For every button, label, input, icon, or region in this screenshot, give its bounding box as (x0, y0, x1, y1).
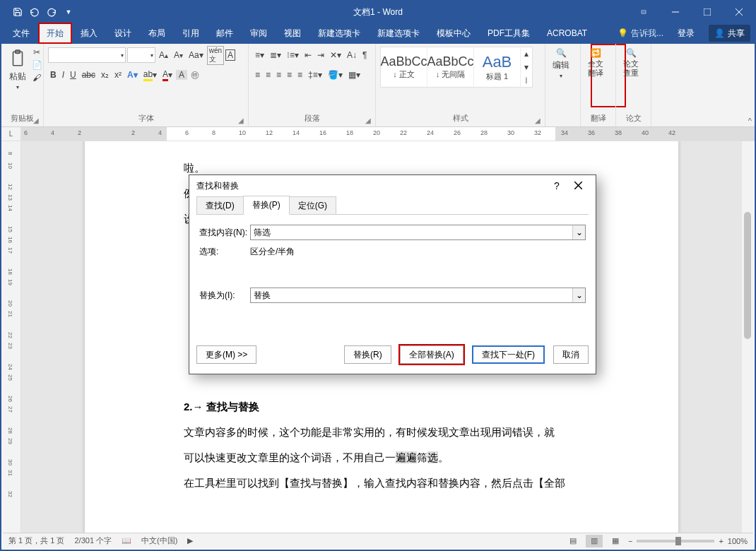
change-case-icon[interactable]: Aa▾ (187, 49, 206, 61)
bullets-icon[interactable]: ≡▾ (253, 49, 266, 61)
dialog-close-icon[interactable] (567, 180, 589, 191)
minimize-icon[interactable] (659, 1, 691, 23)
styles-gallery[interactable]: AaBbCc↓ 正文 AaBbCc↓ 无间隔 AaB标题 1 ▴▾⁞ (380, 47, 533, 88)
zoom-out-icon[interactable]: − (628, 537, 632, 545)
qat-dropdown-icon[interactable]: ▼ (61, 4, 76, 20)
tab-home[interactable]: 开始 (38, 23, 72, 44)
maximize-icon[interactable] (691, 1, 723, 23)
zoom-in-icon[interactable]: + (719, 537, 723, 545)
full-translate-button[interactable]: 🔁 全文 翻译 (585, 47, 606, 79)
phonetic-guide-icon[interactable]: wén文 (207, 46, 224, 65)
bold-button[interactable]: B (48, 69, 59, 81)
enclosed-char-icon[interactable]: ㊕ (189, 68, 201, 83)
style-normal[interactable]: AaBbCc↓ 正文 (381, 47, 427, 87)
zoom-thumb[interactable] (675, 537, 681, 545)
align-left-icon[interactable]: ≡ (253, 69, 262, 81)
redo-icon[interactable] (44, 4, 59, 20)
view-read-icon[interactable]: ▤ (565, 535, 581, 547)
tab-insert[interactable]: 插入 (72, 23, 106, 44)
ruler-vertical[interactable]: 8101213141516171819202122232425262728293… (1, 141, 21, 533)
tab-acrobat[interactable]: ACROBAT (538, 23, 596, 44)
strike-button[interactable]: abc (80, 69, 98, 81)
superscript-button[interactable]: x² (112, 69, 124, 81)
styles-launcher-icon[interactable]: ◢ (535, 117, 543, 125)
zoom-slider[interactable] (637, 540, 714, 543)
text-effects-icon[interactable]: A▾ (125, 69, 140, 81)
more-button[interactable]: 更多(M) >> (196, 345, 256, 364)
save-icon[interactable] (10, 4, 25, 20)
copy-icon[interactable]: 📄 (31, 59, 42, 71)
dup-check-button[interactable]: 🔍 论文 查重 (620, 47, 642, 79)
shading-icon[interactable]: 🪣▾ (326, 69, 345, 81)
multilevel-icon[interactable]: ⁝≡▾ (285, 49, 301, 61)
share-button[interactable]: 👤 共享 (709, 25, 750, 42)
format-painter-icon[interactable]: 🖌 (31, 72, 42, 83)
align-center-icon[interactable]: ≡ (264, 69, 273, 81)
align-justify-icon[interactable]: ≡ (285, 69, 294, 81)
char-shading-icon[interactable]: A (176, 70, 187, 80)
tab-view[interactable]: 视图 (276, 23, 309, 44)
tab-find[interactable]: 查找(D) (196, 196, 244, 215)
signin-button[interactable]: 登录 (669, 28, 703, 40)
tab-newtab2[interactable]: 新建选项卡 (369, 23, 428, 44)
vertical-scrollbar[interactable] (742, 141, 753, 533)
tab-template[interactable]: 模板中心 (428, 23, 479, 44)
view-web-icon[interactable]: ▦ (607, 535, 624, 547)
font-launcher-icon[interactable]: ◢ (238, 117, 247, 125)
distribute-icon[interactable]: ≡ (295, 69, 305, 81)
tab-file[interactable]: 文件 (4, 23, 38, 44)
scrollbar-thumb[interactable] (744, 212, 751, 339)
tab-references[interactable]: 引用 (174, 23, 208, 44)
underline-button[interactable]: U (68, 69, 78, 81)
font-color-icon[interactable]: A▾ (160, 68, 175, 83)
tab-layout[interactable]: 布局 (140, 23, 174, 44)
subscript-button[interactable]: x₂ (99, 69, 111, 81)
tab-design[interactable]: 设计 (106, 23, 140, 44)
cut-icon[interactable]: ✂ (31, 47, 42, 58)
font-name-dropdown[interactable]: ▾ (48, 47, 126, 63)
italic-button[interactable]: I (60, 69, 66, 81)
styles-more-icon[interactable]: ▴▾⁞ (521, 47, 532, 87)
cancel-button[interactable]: 取消 (553, 345, 589, 364)
grow-font-icon[interactable]: A▴ (157, 49, 170, 61)
highlight-color-icon[interactable]: ab▾ (141, 68, 159, 83)
replace-with-input[interactable]: 替换 ⌄ (250, 288, 586, 303)
shrink-font-icon[interactable]: A▾ (172, 49, 185, 61)
font-size-dropdown[interactable]: ▾ (127, 47, 155, 63)
status-wordcount[interactable]: 2/301 个字 (74, 535, 112, 546)
tell-me[interactable]: 💡 告诉我... (618, 28, 663, 40)
status-language[interactable]: 中文(中国) (141, 535, 177, 546)
show-marks-icon[interactable]: ¶ (360, 49, 369, 61)
spellcheck-icon[interactable]: 📖 (122, 536, 131, 545)
dialog-titlebar[interactable]: 查找和替换 ? (189, 175, 596, 196)
tab-newtab1[interactable]: 新建选项卡 (309, 23, 369, 44)
find-next-button[interactable]: 查找下一处(F) (472, 345, 545, 364)
tab-review[interactable]: 审阅 (242, 23, 276, 44)
style-heading1[interactable]: AaB标题 1 (474, 47, 521, 87)
ribbon-options-icon[interactable] (627, 1, 659, 23)
increase-indent-icon[interactable]: ⇥ (315, 49, 326, 61)
replace-all-button[interactable]: 全部替换(A) (400, 345, 463, 364)
editing-button[interactable]: 🔍 编辑 ▾ (550, 47, 572, 81)
tab-pdf[interactable]: PDF工具集 (479, 23, 538, 44)
view-print-icon[interactable]: ▥ (586, 535, 603, 547)
macro-icon[interactable]: ▶ (187, 536, 193, 545)
line-spacing-icon[interactable]: ‡≡▾ (306, 69, 324, 81)
tab-mailings[interactable]: 邮件 (208, 23, 242, 44)
undo-icon[interactable] (27, 4, 42, 20)
status-page[interactable]: 第 1 页，共 1 页 (8, 535, 64, 546)
asian-layout-icon[interactable]: ✕▾ (328, 49, 343, 61)
replace-button[interactable]: 替换(R) (344, 345, 391, 364)
align-right-icon[interactable]: ≡ (274, 69, 283, 81)
char-border-icon[interactable]: A (225, 49, 235, 61)
dialog-help-icon[interactable]: ? (546, 180, 567, 191)
zoom-level[interactable]: 100% (728, 537, 748, 545)
find-what-input[interactable]: 筛选 ⌄ (250, 225, 586, 240)
collapse-ribbon-icon[interactable]: ^ (748, 117, 752, 125)
ruler-horizontal[interactable]: L 64224681012141618202224262830323436384… (1, 127, 755, 141)
borders-icon[interactable]: ▦▾ (346, 69, 362, 81)
paste-button[interactable]: 粘贴 ▾ (6, 47, 30, 92)
tab-goto[interactable]: 定位(G) (289, 196, 336, 215)
close-icon[interactable] (723, 1, 755, 23)
numbering-icon[interactable]: ≣▾ (268, 49, 283, 61)
